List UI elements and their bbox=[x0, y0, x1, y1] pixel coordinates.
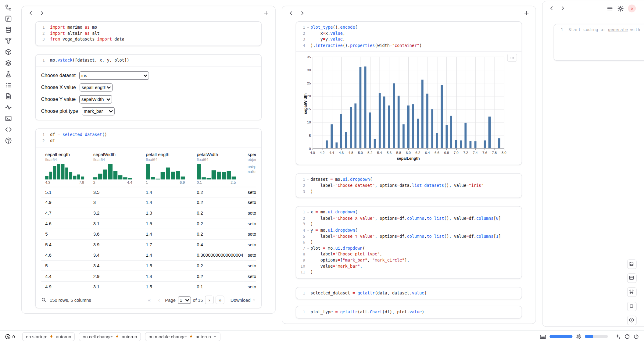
save-button[interactable] bbox=[627, 259, 637, 269]
prev-page-button[interactable]: ‹ bbox=[155, 296, 163, 304]
column-histogram: 0.12.5 bbox=[193, 163, 244, 187]
control-row: Choose plot typemark_bar bbox=[41, 107, 256, 116]
next-page-button[interactable]: › bbox=[205, 296, 213, 304]
column-header-petalWidth[interactable]: petalWidthfloat64 bbox=[193, 150, 244, 163]
add-cell-button[interactable] bbox=[524, 10, 529, 16]
layers-icon[interactable] bbox=[5, 59, 12, 66]
chart-bar bbox=[374, 139, 376, 148]
chart-menu-button[interactable] bbox=[507, 54, 517, 62]
chevron-down-icon bbox=[252, 298, 256, 302]
code-editor[interactable]: 1plot_type().encode(2 x=x.value,3 y=y.va… bbox=[296, 22, 521, 51]
line-number: 3 bbox=[36, 37, 45, 43]
status-bar-right bbox=[540, 333, 639, 340]
generate-link[interactable]: generate bbox=[608, 27, 628, 32]
logo-code-icon[interactable] bbox=[5, 126, 12, 133]
outline-icon[interactable] bbox=[5, 82, 12, 89]
column-header-sepalWidth[interactable]: sepalWidthfloat64 bbox=[89, 150, 141, 163]
plot-type-select[interactable]: mark_bar bbox=[82, 107, 115, 116]
page-select[interactable]: 1 bbox=[178, 296, 191, 304]
download-button[interactable]: Download bbox=[231, 297, 256, 302]
fold-chevron-icon[interactable] bbox=[305, 229, 311, 232]
dependency-graph-icon[interactable] bbox=[5, 37, 12, 45]
shutdown-icon[interactable] bbox=[633, 333, 639, 339]
x-value-select[interactable]: sepalLength bbox=[80, 84, 113, 92]
fold-gutter bbox=[305, 258, 311, 262]
chart-bar bbox=[350, 107, 352, 148]
fold-chevron-icon[interactable] bbox=[305, 247, 311, 250]
code-line: 11) bbox=[296, 269, 517, 276]
code-editor[interactable]: 1mo.vstack([dataset, x, y, plot]) bbox=[36, 55, 261, 66]
column-header-sepalLength[interactable]: sepalLengthfloat64 bbox=[41, 150, 89, 163]
code-editor[interactable]: 1selected_dataset = getattr(data, datase… bbox=[296, 287, 521, 299]
table-cell: 0.2 bbox=[193, 187, 244, 198]
chevron-down-icon bbox=[213, 335, 217, 338]
help-icon[interactable] bbox=[5, 137, 12, 144]
keyboard-shortcuts-icon[interactable] bbox=[540, 333, 546, 340]
restart-kernel-icon[interactable] bbox=[624, 333, 630, 339]
first-page-button[interactable]: « bbox=[145, 296, 153, 304]
code-line: 2 x=x.value, bbox=[296, 30, 517, 37]
runtime-config-pill-0[interactable]: on startup:autorun bbox=[22, 332, 75, 341]
command-palette-button[interactable] bbox=[627, 287, 637, 297]
y-value-select[interactable]: sepalWidth bbox=[79, 95, 112, 104]
close-panel-button[interactable] bbox=[628, 5, 636, 12]
column-scroll-left-button[interactable] bbox=[28, 10, 34, 16]
tracing-icon[interactable] bbox=[5, 104, 12, 111]
table-cell: 0.2 bbox=[193, 219, 244, 229]
error-count-badge[interactable]: 0 bbox=[5, 333, 15, 339]
table-cell: setosa bbox=[244, 208, 256, 219]
packages-icon[interactable] bbox=[5, 48, 12, 55]
fold-chevron-icon[interactable] bbox=[305, 26, 311, 30]
fold-chevron-icon[interactable] bbox=[305, 178, 311, 181]
runtime-config-pill-2[interactable]: on module change:autorun bbox=[145, 332, 220, 341]
code-editor[interactable]: 1dataset = mo.ui.dropdown(2 label="Choos… bbox=[296, 174, 521, 198]
column-header-species[interactable]: speciesobject bbox=[244, 150, 256, 163]
runtime-config-pill-1[interactable]: on cell change:autorun bbox=[79, 332, 141, 341]
memory-usage-meter bbox=[585, 335, 608, 338]
chart-bar bbox=[402, 124, 405, 148]
code-line: 1dataset = mo.ui.dropdown( bbox=[296, 177, 517, 183]
snippets-icon[interactable] bbox=[5, 71, 12, 78]
files-panel-icon[interactable] bbox=[5, 4, 12, 11]
run-all-button[interactable] bbox=[627, 316, 637, 325]
code-editor[interactable]: 1x = mo.ui.dropdown(2 label="Choose X va… bbox=[296, 207, 521, 278]
column-scroll-left-button[interactable] bbox=[549, 5, 555, 11]
altair-chart-output[interactable]: 051015202530354.04.24.44.64.85.05.25.45.… bbox=[296, 52, 521, 165]
scratchpad-icon[interactable] bbox=[5, 15, 12, 22]
chart-bar bbox=[412, 104, 414, 148]
stop-button[interactable] bbox=[627, 302, 637, 311]
column-scroll-left-button[interactable] bbox=[288, 10, 294, 16]
layout-button[interactable] bbox=[627, 273, 637, 283]
scratchpad-editor-cell[interactable]: 1 Start coding or generate with bbox=[554, 24, 644, 61]
column-scroll-right-button[interactable] bbox=[560, 5, 566, 11]
zap-icon bbox=[115, 334, 120, 339]
column-scroll-right-button[interactable] bbox=[39, 10, 45, 16]
code-line: 4y = mo.ui.dropdown( bbox=[296, 227, 517, 233]
menu-icon[interactable] bbox=[606, 5, 613, 12]
add-cell-button[interactable] bbox=[263, 10, 269, 16]
dataset-select[interactable]: iris bbox=[79, 72, 149, 80]
code-editor[interactable]: 1import marimo as mo2import altair as al… bbox=[36, 22, 261, 45]
terminal-icon[interactable] bbox=[5, 115, 12, 122]
gear-icon[interactable] bbox=[617, 5, 624, 12]
layout-icon bbox=[628, 275, 635, 282]
pill-label: on module change: bbox=[148, 334, 187, 339]
fold-gutter bbox=[45, 38, 50, 41]
ai-sparkles-icon[interactable] bbox=[615, 333, 621, 339]
chart-bar bbox=[460, 141, 462, 148]
code-editor[interactable]: 1df = selected_dataset()2df bbox=[36, 129, 261, 147]
line-number: 4 bbox=[296, 43, 305, 49]
table-search-icon[interactable] bbox=[41, 297, 47, 303]
code-line: 2import altair as alt bbox=[36, 30, 257, 37]
datasources-icon[interactable] bbox=[5, 26, 12, 33]
side-toolbar bbox=[627, 259, 637, 297]
column-header-petalLength[interactable]: petalLengthfloat64 bbox=[142, 150, 193, 163]
column-scroll-right-button[interactable] bbox=[299, 10, 305, 16]
chart-bar bbox=[421, 80, 424, 148]
table-cell: 3.2 bbox=[89, 208, 141, 219]
fold-chevron-icon[interactable] bbox=[305, 211, 311, 214]
last-page-button[interactable]: » bbox=[216, 296, 224, 304]
code-editor[interactable]: 1plot_type = getattr(alt.Chart(df), plot… bbox=[296, 306, 521, 318]
documentation-icon[interactable] bbox=[5, 93, 12, 100]
fold-gutter bbox=[45, 139, 50, 143]
